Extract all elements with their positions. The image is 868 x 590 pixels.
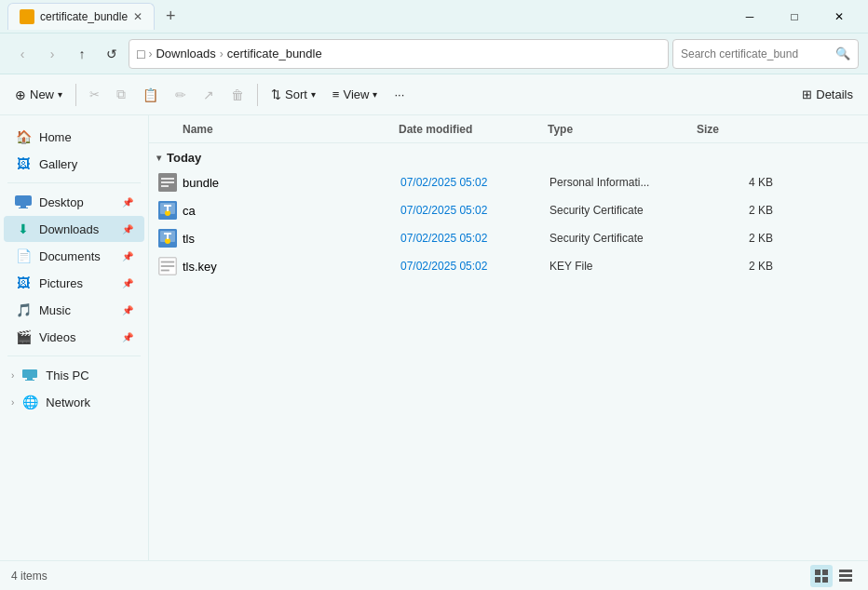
breadcrumb-sep2: › bbox=[220, 47, 224, 60]
new-button[interactable]: ⊕ New ▾ bbox=[7, 80, 70, 110]
file-name-tls: tls bbox=[158, 229, 400, 248]
table-row[interactable]: tls 07/02/2025 05:02 Security Certificat… bbox=[151, 224, 866, 252]
new-label: New bbox=[30, 87, 54, 101]
maximize-button[interactable]: □ bbox=[773, 3, 816, 31]
tab-close-button[interactable]: ✕ bbox=[133, 10, 142, 23]
main-content: 🏠 Home 🖼 Gallery Desktop 📌 ⬇ Downloads 📌… bbox=[0, 115, 868, 560]
share-icon: ↗ bbox=[203, 87, 214, 102]
col-header-type[interactable]: Type bbox=[548, 123, 697, 136]
sidebar-item-videos[interactable]: 🎬 Videos 📌 bbox=[4, 324, 144, 350]
cut-icon: ✂ bbox=[89, 87, 100, 101]
search-input[interactable] bbox=[681, 47, 832, 60]
sort-button[interactable]: ⇅ Sort ▾ bbox=[264, 80, 323, 110]
home-icon: 🏠 bbox=[15, 128, 32, 145]
sidebar-item-gallery[interactable]: 🖼 Gallery bbox=[4, 151, 144, 177]
sidebar-documents-label: Documents bbox=[39, 249, 101, 263]
file-date-tlskey: 07/02/2025 05:02 bbox=[400, 260, 549, 273]
svg-rect-8 bbox=[161, 181, 174, 183]
tiles-view-button[interactable] bbox=[834, 565, 857, 587]
network-icon: 🌐 bbox=[21, 394, 38, 410]
table-row[interactable]: ca 07/02/2025 05:02 Security Certificate… bbox=[151, 196, 866, 224]
svg-rect-1 bbox=[20, 206, 26, 208]
svg-rect-5 bbox=[25, 380, 34, 381]
expand-icon2: › bbox=[11, 397, 14, 408]
svg-rect-7 bbox=[161, 178, 174, 180]
view-toggle bbox=[810, 565, 857, 587]
close-button[interactable]: ✕ bbox=[818, 3, 861, 31]
breadcrumb-downloads[interactable]: Downloads bbox=[156, 47, 215, 60]
file-list: ▾ Today bundle 07/02/2025 bbox=[149, 143, 868, 560]
share-button[interactable]: ↗ bbox=[196, 80, 222, 110]
sidebar-item-desktop[interactable]: Desktop 📌 bbox=[4, 189, 144, 215]
sidebar-item-pictures[interactable]: 🖼 Pictures 📌 bbox=[4, 270, 144, 296]
sidebar-home-label: Home bbox=[39, 130, 72, 144]
rename-button[interactable]: ✏ bbox=[168, 80, 194, 110]
rename-icon: ✏ bbox=[175, 87, 186, 102]
pfx-file-icon bbox=[158, 173, 177, 192]
svg-rect-21 bbox=[161, 261, 174, 263]
paste-button[interactable]: 📋 bbox=[135, 80, 166, 110]
copy-button[interactable]: ⧉ bbox=[109, 80, 133, 110]
file-name-bundle: bundle bbox=[158, 173, 400, 192]
address-field[interactable]: □ › Downloads › certificate_bundle bbox=[129, 39, 669, 69]
refresh-button[interactable]: ↺ bbox=[99, 41, 125, 67]
downloads-pin-icon: 📌 bbox=[122, 224, 133, 235]
view-button[interactable]: ≡ View ▾ bbox=[325, 80, 386, 110]
sidebar-item-thispc[interactable]: › This PC bbox=[4, 362, 144, 388]
details-button[interactable]: ⊞ Details bbox=[794, 84, 861, 105]
sidebar-item-network[interactable]: › 🌐 Network bbox=[4, 389, 144, 415]
back-button[interactable]: ‹ bbox=[9, 41, 35, 67]
file-type-tls: Security Certificate bbox=[549, 232, 698, 245]
sidebar-pictures-label: Pictures bbox=[39, 276, 83, 290]
details-label: Details bbox=[816, 87, 853, 101]
sidebar-item-music[interactable]: 🎵 Music 📌 bbox=[4, 297, 144, 323]
title-bar-left: certificate_bundle ✕ + bbox=[7, 3, 183, 30]
sort-dropdown-icon: ▾ bbox=[311, 89, 316, 100]
sort-icon: ⇅ bbox=[271, 87, 281, 101]
gallery-icon: 🖼 bbox=[15, 155, 32, 172]
svg-rect-14 bbox=[164, 205, 171, 207]
expand-icon: › bbox=[11, 370, 14, 381]
details-view-button[interactable] bbox=[810, 565, 833, 587]
up-button[interactable]: ↑ bbox=[69, 41, 95, 67]
svg-rect-27 bbox=[822, 577, 828, 583]
svg-rect-19 bbox=[164, 233, 171, 235]
svg-rect-25 bbox=[822, 570, 828, 575]
music-pin-icon: 📌 bbox=[122, 305, 133, 315]
file-date-tls: 07/02/2025 05:02 bbox=[400, 232, 549, 245]
file-type-tlskey: KEY File bbox=[549, 260, 698, 273]
cert-file-icon-ca bbox=[158, 201, 177, 220]
sidebar-item-home[interactable]: 🏠 Home bbox=[4, 124, 144, 150]
videos-icon: 🎬 bbox=[15, 329, 32, 345]
col-header-size[interactable]: Size bbox=[697, 123, 771, 136]
search-box[interactable]: 🔍 bbox=[672, 39, 859, 69]
delete-button[interactable]: 🗑 bbox=[224, 80, 251, 110]
breadcrumb-certificate-bundle[interactable]: certificate_bundle bbox=[227, 47, 322, 60]
file-date-bundle: 07/02/2025 05:02 bbox=[400, 176, 549, 189]
col-header-date[interactable]: Date modified bbox=[399, 123, 548, 136]
minimize-button[interactable]: ─ bbox=[728, 3, 771, 31]
sidebar-divider1 bbox=[7, 182, 141, 183]
svg-rect-29 bbox=[839, 574, 852, 577]
tab-certificate-bundle[interactable]: certificate_bundle ✕ bbox=[7, 3, 155, 30]
cut-button[interactable]: ✂ bbox=[82, 80, 107, 110]
desktop-pin-icon: 📌 bbox=[122, 197, 133, 208]
item-count: 4 items bbox=[11, 570, 47, 583]
window-controls: ─ □ ✕ bbox=[728, 3, 861, 31]
thispc-icon bbox=[21, 367, 38, 383]
table-row[interactable]: bundle 07/02/2025 05:02 Personal Informa… bbox=[151, 168, 866, 196]
svg-rect-22 bbox=[161, 265, 174, 267]
forward-button[interactable]: › bbox=[39, 41, 65, 67]
more-button[interactable]: ··· bbox=[387, 80, 412, 110]
group-header-today: ▾ Today bbox=[149, 147, 868, 168]
file-size-bundle: 4 KB bbox=[698, 176, 773, 189]
address-bar: ‹ › ↑ ↺ □ › Downloads › certificate_bund… bbox=[0, 34, 868, 74]
toolbar-divider2 bbox=[257, 84, 258, 106]
new-tab-button[interactable]: + bbox=[158, 7, 183, 26]
breadcrumb-sep: › bbox=[148, 47, 152, 60]
sidebar-item-documents[interactable]: 📄 Documents 📌 bbox=[4, 243, 144, 269]
sidebar-divider2 bbox=[7, 355, 141, 356]
table-row[interactable]: tls.key 07/02/2025 05:02 KEY File 2 KB bbox=[151, 252, 866, 280]
col-header-name[interactable]: Name bbox=[156, 123, 399, 136]
sidebar-item-downloads[interactable]: ⬇ Downloads 📌 bbox=[4, 216, 144, 242]
